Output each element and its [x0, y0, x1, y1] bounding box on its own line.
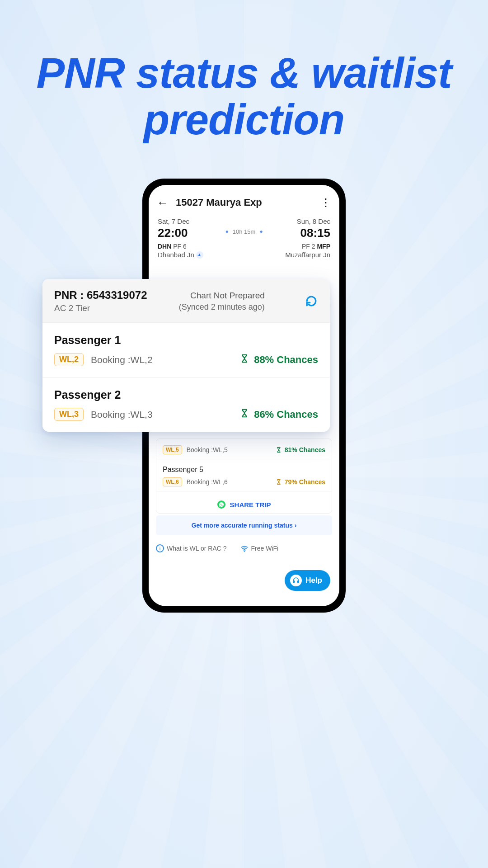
booking-text: Booking :WL,2 — [91, 354, 232, 365]
hourglass-icon — [276, 479, 282, 485]
wl-rac-label: What is WL or RAC ? — [167, 545, 227, 552]
info-icon: i — [156, 544, 164, 552]
pnr-left: PNR : 6543319072 AC 2 Tier — [54, 289, 147, 313]
pnr-header: PNR : 6543319072 AC 2 Tier Chart Not Pre… — [42, 279, 330, 322]
depart-station-text: Dhanbad Jn — [158, 251, 194, 259]
pnr-right: Chart Not Prepared (Synced 2 minutes ago… — [179, 291, 265, 312]
headline: PNR status & waitlist prediction — [0, 50, 488, 143]
depart-date: Sat, 7 Dec — [158, 217, 203, 225]
booking-text: Booking :WL,6 — [187, 478, 271, 486]
share-trip-button[interactable]: SHARE TRIP — [156, 491, 332, 513]
phone-footer: i What is WL or RAC ? Free WiFi — [149, 535, 339, 552]
depart-pf: PF 6 — [173, 243, 187, 250]
chance-text: 81% Chances — [276, 446, 325, 453]
refresh-icon — [305, 295, 317, 307]
overlay-passenger-row[interactable]: Passenger 1 WL,2 Booking :WL,2 88% Chanc… — [42, 322, 330, 377]
accurate-status-button[interactable]: Get more accurate running status › — [156, 515, 332, 535]
journey-duration: 10h 15m — [226, 228, 263, 235]
passenger-list: WL,5 Booking :WL,5 81% Chances Passenger… — [156, 439, 332, 514]
passenger-row-body: WL,6 Booking :WL,6 79% Chances — [163, 477, 325, 486]
arrive-station: Muzaffarpur Jn — [285, 251, 330, 259]
chance-text: 88% Chances — [239, 354, 318, 366]
passenger-row[interactable]: Passenger 5 WL,6 Booking :WL,6 79% Chanc… — [156, 459, 332, 491]
whatsapp-icon — [217, 500, 225, 509]
arrive-code-pf: PF 2 MFP — [302, 243, 330, 250]
chance-text: 86% Chances — [239, 408, 318, 421]
arrival-col: Sun, 8 Dec 08:15 PF 2 MFP Muzaffarpur Jn — [285, 217, 330, 259]
chevron-right-icon: › — [295, 522, 297, 529]
overlay-passenger-body: WL,3 Booking :WL,3 86% Chances — [54, 408, 318, 421]
passenger-row[interactable]: WL,5 Booking :WL,5 81% Chances — [156, 439, 332, 459]
overlay-passenger-name: Passenger 1 — [54, 334, 318, 347]
booking-text: Booking :WL,5 — [187, 446, 271, 453]
pnr-class: AC 2 Tier — [54, 303, 147, 313]
overlay-passenger-row[interactable]: Passenger 2 WL,3 Booking :WL,3 86% Chanc… — [42, 377, 330, 432]
chance-value: 79% Chances — [285, 478, 325, 486]
share-trip-label: SHARE TRIP — [230, 501, 271, 509]
location-pin-icon[interactable]: ➤ — [195, 250, 205, 260]
overlay-passenger-name: Passenger 2 — [54, 388, 318, 401]
chance-value: 81% Chances — [285, 446, 325, 453]
headset-icon — [290, 575, 302, 586]
overlay-passenger-body: WL,2 Booking :WL,2 88% Chances — [54, 353, 318, 366]
hourglass-icon — [239, 408, 249, 421]
depart-code: DHN — [158, 243, 171, 250]
wl-rac-info[interactable]: i What is WL or RAC ? — [156, 544, 227, 552]
arrive-date: Sun, 8 Dec — [297, 217, 330, 225]
chance-value: 86% Chances — [254, 409, 318, 420]
svg-rect-2 — [297, 581, 299, 583]
depart-station: Dhanbad Jn ➤ — [158, 251, 203, 259]
help-label: Help — [305, 576, 322, 585]
hourglass-icon — [276, 447, 282, 453]
duration-dot-icon — [226, 231, 228, 233]
back-arrow-icon[interactable]: ← — [157, 197, 169, 208]
arrive-code: MFP — [317, 243, 330, 250]
refresh-button[interactable] — [305, 294, 318, 308]
passenger-row-body: WL,5 Booking :WL,5 81% Chances — [163, 445, 325, 454]
more-options-icon[interactable]: ⋮ — [320, 197, 331, 208]
departure-col: Sat, 7 Dec 22:00 DHN PF 6 Dhanbad Jn ➤ — [158, 217, 203, 259]
arrive-time: 08:15 — [300, 226, 331, 240]
chance-value: 88% Chances — [254, 354, 318, 366]
help-button[interactable]: Help — [285, 570, 330, 591]
wl-badge: WL,3 — [54, 408, 84, 421]
duration-text: 10h 15m — [233, 228, 256, 235]
arrive-pf: PF 2 — [302, 243, 315, 250]
svg-point-0 — [244, 551, 245, 552]
journey-summary: Sat, 7 Dec 22:00 DHN PF 6 Dhanbad Jn ➤ 1… — [149, 215, 339, 264]
app-header: ← 15027 Maurya Exp ⋮ — [149, 185, 339, 215]
synced-text: (Synced 2 minutes ago) — [179, 302, 265, 312]
chance-text: 79% Chances — [276, 478, 325, 486]
depart-code-pf: DHN PF 6 — [158, 243, 203, 250]
pnr-overlay-card: PNR : 6543319072 AC 2 Tier Chart Not Pre… — [42, 279, 330, 432]
depart-time: 22:00 — [158, 226, 203, 240]
pnr-number: PNR : 6543319072 — [54, 289, 147, 302]
passenger-name: Passenger 5 — [163, 466, 325, 474]
wifi-icon — [240, 544, 249, 552]
hourglass-icon — [239, 354, 249, 366]
duration-dot-icon — [260, 231, 262, 233]
svg-rect-1 — [293, 581, 295, 583]
wifi-info[interactable]: Free WiFi — [240, 544, 279, 552]
wl-badge: WL,2 — [54, 353, 84, 366]
wl-badge: WL,5 — [163, 445, 182, 454]
train-title: 15027 Maurya Exp — [176, 197, 313, 208]
chart-status: Chart Not Prepared — [179, 291, 265, 301]
booking-text: Booking :WL,3 — [91, 409, 232, 420]
wl-badge: WL,6 — [163, 477, 182, 486]
accurate-status-label: Get more accurate running status — [192, 522, 293, 529]
wifi-label: Free WiFi — [251, 545, 279, 552]
